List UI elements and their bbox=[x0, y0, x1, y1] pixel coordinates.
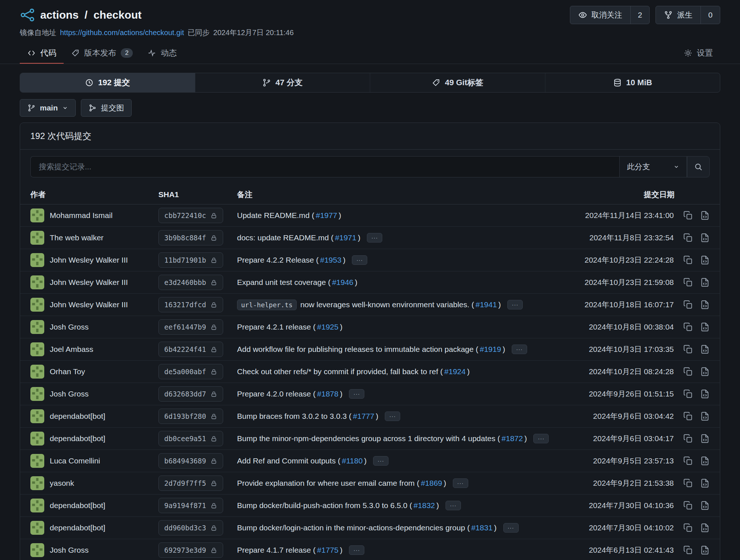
commit-author-name[interactable]: Orhan Toy bbox=[50, 367, 85, 376]
branch-filter-dropdown[interactable]: 此分支 bbox=[619, 156, 687, 177]
commit-sha-button[interactable]: 6b42224f41 bbox=[158, 342, 223, 357]
branch-selector[interactable]: main bbox=[20, 99, 76, 117]
expand-commit-message-button[interactable]: ··· bbox=[367, 233, 382, 243]
commit-search-input[interactable] bbox=[30, 156, 619, 177]
tab-activity[interactable]: 动态 bbox=[140, 43, 184, 64]
copy-sha-button[interactable] bbox=[683, 389, 693, 399]
commit-author-name[interactable]: Josh Gross bbox=[50, 390, 89, 398]
copy-sha-button[interactable] bbox=[683, 434, 693, 443]
browse-source-button[interactable] bbox=[700, 411, 710, 421]
expand-commit-message-button[interactable]: ··· bbox=[373, 456, 388, 466]
browse-source-button[interactable] bbox=[700, 211, 710, 220]
pr-link[interactable]: #1924 bbox=[444, 367, 466, 376]
expand-commit-message-button[interactable]: ··· bbox=[352, 255, 367, 265]
commit-sha-button[interactable]: db0cee9a51 bbox=[158, 431, 223, 446]
expand-commit-message-button[interactable]: ··· bbox=[385, 411, 400, 421]
pr-link[interactable]: #1831 bbox=[471, 523, 492, 532]
commit-sha-button[interactable]: 3b9b8c884f bbox=[158, 230, 223, 245]
browse-source-button[interactable] bbox=[700, 389, 710, 399]
commit-author-name[interactable]: Josh Gross bbox=[50, 323, 89, 331]
repo-name-link[interactable]: checkout bbox=[93, 9, 142, 21]
stat-tags[interactable]: 49 Git标签 bbox=[370, 73, 545, 92]
expand-commit-message-button[interactable]: ··· bbox=[349, 389, 364, 399]
browse-source-button[interactable] bbox=[700, 233, 710, 243]
pr-link[interactable]: #1878 bbox=[317, 390, 338, 398]
expand-commit-message-button[interactable]: ··· bbox=[503, 523, 519, 533]
pr-link[interactable]: #1977 bbox=[316, 211, 337, 220]
browse-source-button[interactable] bbox=[700, 501, 710, 510]
commit-author-name[interactable]: dependabot[bot] bbox=[50, 523, 105, 532]
copy-sha-button[interactable] bbox=[683, 523, 693, 533]
commit-sha-button[interactable]: dd960bd3c3 bbox=[158, 520, 223, 535]
stat-commits[interactable]: 192 提交 bbox=[20, 73, 195, 92]
commit-sha-button[interactable]: eef61447b9 bbox=[158, 319, 223, 335]
commit-author-name[interactable]: Mohammad Ismail bbox=[50, 211, 113, 220]
browse-source-button[interactable] bbox=[700, 545, 710, 555]
unwatch-button[interactable]: 取消关注 bbox=[570, 6, 630, 24]
browse-source-button[interactable] bbox=[700, 456, 710, 466]
commit-sha-button[interactable]: 163217dfcd bbox=[158, 297, 223, 312]
fork-button[interactable]: 派生 bbox=[656, 6, 700, 24]
commit-sha-button[interactable]: 692973e3d9 bbox=[158, 542, 223, 558]
repo-owner-link[interactable]: actions bbox=[40, 9, 79, 21]
browse-source-button[interactable] bbox=[700, 367, 710, 376]
mirror-url-link[interactable]: https://github.com/actions/checkout.git bbox=[60, 29, 184, 37]
expand-commit-message-button[interactable]: ··· bbox=[453, 478, 468, 488]
browse-source-button[interactable] bbox=[700, 345, 710, 354]
commit-sha-button[interactable]: 9a9194f871 bbox=[158, 498, 223, 513]
commit-sha-button[interactable]: cbb722410c bbox=[158, 208, 223, 223]
commit-author-name[interactable]: John Wesley Walker III bbox=[50, 256, 128, 264]
copy-sha-button[interactable] bbox=[683, 501, 693, 510]
commit-graph-button[interactable]: 提交图 bbox=[81, 99, 132, 117]
commit-sha-button[interactable]: 2d7d9f7ff5 bbox=[158, 476, 223, 491]
commit-author-name[interactable]: Josh Gross bbox=[50, 546, 89, 555]
copy-sha-button[interactable] bbox=[683, 345, 693, 354]
copy-sha-button[interactable] bbox=[683, 478, 693, 488]
commit-author-name[interactable]: dependabot[bot] bbox=[50, 501, 105, 510]
copy-sha-button[interactable] bbox=[683, 322, 693, 332]
watchers-count-button[interactable]: 2 bbox=[630, 6, 650, 24]
browse-source-button[interactable] bbox=[700, 434, 710, 443]
expand-commit-message-button[interactable]: ··· bbox=[533, 434, 549, 443]
forks-count-button[interactable]: 0 bbox=[700, 6, 720, 24]
pr-link[interactable]: #1869 bbox=[421, 479, 442, 488]
expand-commit-message-button[interactable]: ··· bbox=[349, 545, 364, 555]
commit-sha-button[interactable]: de5a000abf bbox=[158, 364, 223, 379]
browse-source-button[interactable] bbox=[700, 322, 710, 332]
copy-sha-button[interactable] bbox=[683, 278, 693, 287]
copy-sha-button[interactable] bbox=[683, 211, 693, 220]
pr-link[interactable]: #1919 bbox=[480, 345, 501, 354]
pr-link[interactable]: #1180 bbox=[342, 456, 363, 465]
commit-sha-button[interactable]: e3d2460bbb bbox=[158, 275, 223, 290]
pr-link[interactable]: #1971 bbox=[335, 233, 356, 242]
browse-source-button[interactable] bbox=[700, 278, 710, 287]
tab-code[interactable]: 代码 bbox=[20, 43, 64, 64]
copy-sha-button[interactable] bbox=[683, 255, 693, 265]
commit-author-name[interactable]: John Wesley Walker III bbox=[50, 278, 128, 287]
commit-author-name[interactable]: yasonk bbox=[50, 479, 74, 488]
copy-sha-button[interactable] bbox=[683, 545, 693, 555]
copy-sha-button[interactable] bbox=[683, 411, 693, 421]
browse-source-button[interactable] bbox=[700, 523, 710, 533]
commit-sha-button[interactable]: d632683dd7 bbox=[158, 386, 223, 402]
browse-source-button[interactable] bbox=[700, 300, 710, 309]
browse-source-button[interactable] bbox=[700, 255, 710, 265]
pr-link[interactable]: #1872 bbox=[502, 434, 523, 443]
expand-commit-message-button[interactable]: ··· bbox=[446, 501, 461, 510]
copy-sha-button[interactable] bbox=[683, 233, 693, 243]
pr-link[interactable]: #1832 bbox=[414, 501, 435, 510]
tab-settings[interactable]: 设置 bbox=[676, 43, 720, 64]
commit-sha-button[interactable]: 11bd71901b bbox=[158, 252, 223, 268]
stat-repo-size[interactable]: 10 MiB bbox=[545, 73, 720, 92]
commit-author-name[interactable]: John Wesley Walker III bbox=[50, 300, 128, 309]
copy-sha-button[interactable] bbox=[683, 456, 693, 466]
commit-author-name[interactable]: dependabot[bot] bbox=[50, 412, 105, 421]
pr-link[interactable]: #1777 bbox=[353, 412, 374, 421]
commit-author-name[interactable]: Joel Ambass bbox=[50, 345, 93, 354]
commit-sha-button[interactable]: b684943689 bbox=[158, 453, 223, 469]
pr-link[interactable]: #1941 bbox=[476, 300, 497, 309]
commit-author-name[interactable]: The web walker bbox=[50, 233, 104, 242]
commit-search-button[interactable] bbox=[687, 156, 710, 177]
copy-sha-button[interactable] bbox=[683, 300, 693, 309]
expand-commit-message-button[interactable]: ··· bbox=[507, 300, 523, 309]
